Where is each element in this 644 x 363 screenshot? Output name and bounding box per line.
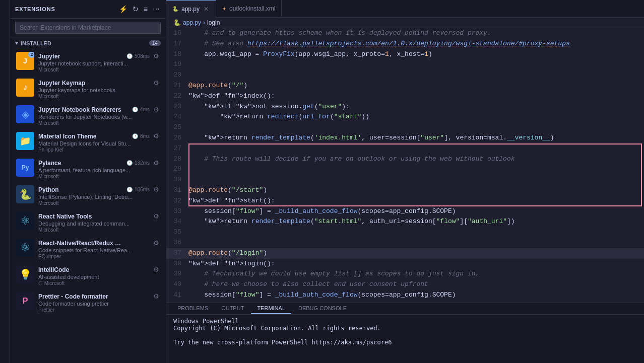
ext-info: Material Icon Theme 🕐8ms ⚙ Material Desi… — [38, 132, 161, 153]
tab-terminal[interactable]: TERMINAL — [251, 303, 291, 314]
line-number: 37 — [166, 248, 188, 259]
terminal-content: Windows PowerShellCopyright (C) Microsof… — [166, 315, 644, 363]
list-item[interactable]: J 2 Jupyter 🕐508ms ⚙ Jupyter notebook su… — [10, 49, 166, 76]
code-line: 19 — [166, 59, 644, 70]
list-item[interactable]: J Jupyter Keymap ⚙ Jupyter keymaps for n… — [10, 76, 166, 102]
gear-icon[interactable]: ⚙ — [152, 159, 161, 167]
code-line: 28 # This route will decide if you are o… — [166, 154, 644, 165]
code-line: 39 # Technically we could use empty list… — [166, 269, 644, 279]
installed-header[interactable]: ▾ INSTALLED 14 — [10, 37, 166, 49]
ext-info: Pylance 🕐132ms ⚙ A performant, feature-r… — [38, 159, 161, 179]
list-item[interactable]: 📁 Material Icon Theme 🕐8ms ⚙ Material De… — [10, 129, 166, 156]
filter-icon[interactable]: ⚡ — [118, 4, 128, 14]
installed-count-badge: 14 — [149, 40, 161, 46]
line-content — [188, 59, 644, 70]
line-number: 19 — [166, 59, 188, 70]
line-number: 40 — [166, 279, 188, 290]
search-box — [10, 19, 166, 37]
line-content: # This route will decide if you are on o… — [188, 154, 644, 165]
gear-icon[interactable]: ⚙ — [152, 292, 161, 301]
line-content: "kw">return render_template("start.html"… — [188, 216, 644, 227]
tab-outlookinstall-xml[interactable]: ✦ outlookinstall.xml — [216, 0, 282, 18]
tab-output[interactable]: OUTPUT — [215, 303, 250, 314]
line-content — [188, 143, 644, 154]
line-number: 21 — [166, 81, 188, 91]
list-item[interactable]: ◈ Jupyter Notebook Renderers 🕐4ms ⚙ Rend… — [10, 102, 166, 129]
line-number: 35 — [166, 227, 188, 238]
line-content: @app.route("/") — [188, 81, 644, 91]
ext-meta: ⚙ — [152, 292, 161, 301]
line-number: 20 — [166, 70, 188, 81]
ext-desc: Code formatter using prettier — [38, 301, 159, 307]
line-number: 30 — [166, 175, 188, 185]
ext-icon-prettier: P — [16, 292, 34, 310]
more-icon[interactable]: ⋯ — [152, 4, 161, 14]
ext-desc: Jupyter notebook support, interacti... — [38, 60, 159, 66]
ext-publisher: Microsoft — [38, 67, 59, 72]
ext-meta: 🕐8ms ⚙ — [132, 132, 161, 140]
list-item[interactable]: 🐍 Python 🕐106ms ⚙ IntelliSense (Pylance)… — [10, 182, 166, 209]
code-line: 29 — [166, 164, 644, 175]
ext-name: Material Icon Theme — [38, 133, 96, 140]
line-content — [188, 175, 644, 185]
ext-desc: Jupyter keymaps for notebooks — [38, 87, 159, 93]
code-line: 37@app.route("/login") — [166, 248, 644, 259]
gear-icon[interactable]: ⚙ — [152, 52, 161, 60]
list-item[interactable]: P Prettier - Code formatter ⚙ Code forma… — [10, 289, 166, 316]
line-number: 25 — [166, 122, 188, 133]
list-item[interactable]: ⚛ React-Native/React/Redux snipp... ⚙ Co… — [10, 236, 166, 262]
code-line: 22"kw">def "fn">index(): — [166, 91, 644, 102]
gear-icon[interactable]: ⚙ — [152, 132, 161, 140]
line-content: "kw">return render_template("login.html"… — [188, 301, 644, 303]
panel-tabs: PROBLEMS OUTPUT TERMINAL DEBUG CONSOLE — [166, 303, 644, 315]
list-item[interactable]: 💡 IntelliCode ⚙ AI-assisted development … — [10, 262, 166, 289]
gear-icon[interactable]: ⚙ — [152, 79, 161, 87]
code-line: 33 session["flow"] = _build_auth_code_fl… — [166, 206, 644, 217]
code-line: 16 # and to generate https scheme when i… — [166, 28, 644, 39]
search-input[interactable] — [15, 22, 161, 34]
line-number: 26 — [166, 133, 188, 143]
line-content — [188, 122, 644, 133]
line-content: # and to generate https scheme when it i… — [188, 28, 644, 39]
installed-section-label: ▾ INSTALLED — [15, 40, 51, 46]
ext-desc: AI-assisted development — [38, 274, 159, 280]
line-content: app.wsgi_app = ProxyFix(app.wsgi_app, x_… — [188, 49, 644, 60]
activity-bar — [0, 0, 10, 363]
ext-info: Jupyter Keymap ⚙ Jupyter keymaps for not… — [38, 79, 161, 99]
tab-debug-console[interactable]: DEBUG CONSOLE — [292, 303, 353, 314]
ext-icon-material: 📁 — [16, 132, 34, 150]
tab-problems[interactable]: PROBLEMS — [171, 303, 214, 314]
gear-icon[interactable]: ⚙ — [152, 239, 161, 247]
ext-info: Python 🕐106ms ⚙ IntelliSense (Pylance), … — [38, 185, 161, 206]
code-line: 26 "kw">return render_template('index.ht… — [166, 133, 644, 143]
line-content: "kw">def "fn">index(): — [188, 91, 644, 102]
tab-close-icon[interactable]: ✕ — [203, 6, 210, 13]
tab-app-py[interactable]: 🐍 app.py ✕ — [166, 0, 216, 18]
gear-icon[interactable]: ⚙ — [152, 105, 161, 114]
refresh-icon[interactable]: ↻ — [132, 4, 140, 14]
code-line: 27 — [166, 143, 644, 154]
terminal-line: Copyright (C) Microsoft Corporation. All… — [173, 325, 637, 332]
code-area: After saving 16 # and to generate https … — [166, 28, 644, 303]
gear-icon[interactable]: ⚙ — [152, 265, 161, 274]
breadcrumb: 🐍 app.py › login — [166, 18, 644, 28]
views-icon[interactable]: ≡ — [143, 4, 149, 14]
line-number: 41 — [166, 290, 188, 301]
ext-publisher: Microsoft — [38, 174, 59, 179]
ext-publisher: Microsoft — [38, 227, 59, 233]
ext-name: Jupyter Notebook Renderers — [38, 106, 121, 113]
breadcrumb-section: login — [207, 19, 220, 26]
gear-icon[interactable]: ⚙ — [152, 212, 161, 221]
line-content — [188, 164, 644, 175]
ext-publisher: Microsoft — [38, 94, 59, 99]
ext-info: IntelliCode ⚙ AI-assisted development ⬡ … — [38, 265, 161, 286]
ext-icon-pylance: Py — [16, 159, 34, 177]
list-item[interactable]: Py Pylance 🕐132ms ⚙ A performant, featur… — [10, 156, 166, 182]
line-number: 33 — [166, 206, 188, 217]
code-editor[interactable]: 16 # and to generate https scheme when i… — [166, 28, 644, 303]
ext-meta: ⚙ — [152, 212, 161, 221]
list-item[interactable]: ⚛ React Native Tools ⚙ Debugging and int… — [10, 209, 166, 236]
ext-meta: 🕐4ms ⚙ — [132, 105, 161, 114]
ext-info: Jupyter 🕐508ms ⚙ Jupyter notebook suppor… — [38, 52, 161, 72]
gear-icon[interactable]: ⚙ — [152, 185, 161, 194]
